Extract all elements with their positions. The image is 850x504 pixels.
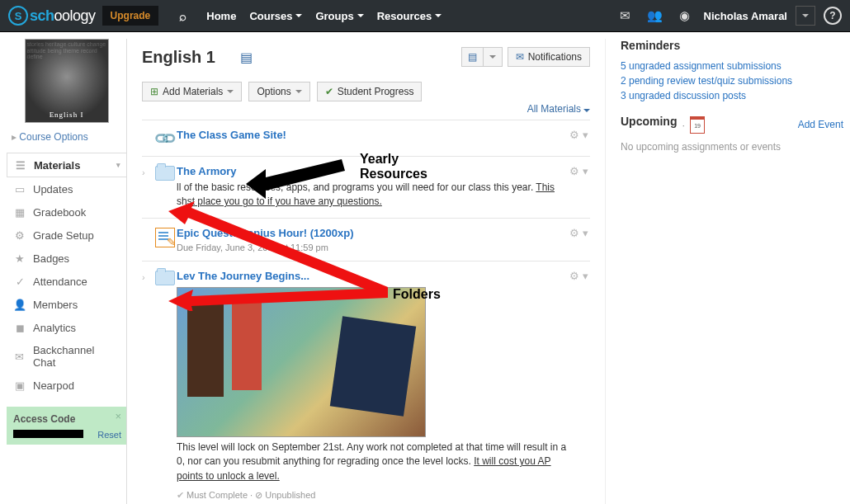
nav-home[interactable]: Home (206, 10, 236, 22)
sidebar-item-nearpod[interactable]: ▣Nearpod (7, 374, 126, 397)
sidebar-icon: ▣ (13, 379, 26, 392)
expand-chevron[interactable]: › (142, 165, 153, 210)
nav-resources[interactable]: Resources (377, 10, 442, 22)
course-options[interactable]: Course Options (7, 128, 126, 146)
main-column: English 1 ▤ ▤ ✉ Notifications ⊞ Add Mate… (126, 39, 605, 504)
calendar-icon[interactable]: 19 (690, 116, 705, 134)
material-row: ›The Armoryll of the basic resources, ap… (142, 157, 590, 219)
sidebar-item-label: Members (33, 299, 78, 311)
folder-icon (155, 166, 175, 181)
user-dropdown[interactable] (796, 6, 815, 26)
materials-toolbar: ⊞ Add Materials Options ✔ Student Progre… (142, 82, 590, 101)
sidebar-item-gradebook[interactable]: ▦Gradebook (7, 200, 126, 224)
sidebar-icon: ★ (13, 252, 26, 265)
reminder-link[interactable]: 5 ungraded assignment submissions (621, 59, 843, 73)
top-nav: ⌕ Home Courses Groups Resources (172, 5, 442, 26)
folder-icon (155, 271, 175, 285)
sidebar-item-label: Backchannel Chat (33, 344, 120, 369)
material-description: ll of the basic resources, apps, and pro… (177, 181, 569, 210)
right-sidebar: Reminders 5 ungraded assignment submissi… (605, 39, 843, 504)
add-icon: ⊞ (150, 86, 158, 97)
sidebar-item-analytics[interactable]: ◼Analytics (7, 316, 126, 339)
page-title: English 1 (142, 48, 215, 67)
sidebar-item-updates[interactable]: ▭Updates (7, 177, 126, 200)
logo[interactable]: S schoology (8, 6, 96, 26)
mail-icon: ✉ (516, 51, 524, 63)
material-title[interactable]: Epic Quest: Genius Hour! (1200xp) (177, 227, 354, 239)
expand-chevron[interactable]: › (142, 270, 153, 501)
gear-icon[interactable]: ⚙ ▾ (569, 227, 590, 252)
list-view-icon[interactable]: ▤ (462, 48, 483, 66)
user-name[interactable]: Nicholas Amaral (704, 10, 787, 22)
view-caret[interactable] (483, 48, 502, 66)
upgrade-button[interactable]: Upgrade (102, 6, 159, 26)
sidebar-item-backchannel-chat[interactable]: ✉Backchannel Chat (7, 339, 126, 374)
nav-courses[interactable]: Courses (249, 10, 302, 22)
reminder-link[interactable]: 3 ungraded discussion posts (621, 88, 843, 103)
topbar-right: ✉ 👥 ◉ Nicholas Amaral ? (615, 5, 842, 26)
sidebar-icon: ⚙ (13, 228, 26, 242)
material-title[interactable]: Lev The Journey Begins... (177, 270, 309, 282)
nav-groups[interactable]: Groups (315, 10, 363, 22)
course-image-label: English I (26, 111, 108, 119)
search-icon[interactable]: ⌕ (172, 5, 193, 26)
reminders-title: Reminders (621, 39, 843, 52)
sidebar-item-grade-setup[interactable]: ⚙Grade Setup (7, 224, 126, 247)
sidebar-item-label: Materials (34, 159, 80, 172)
left-sidebar: stories heritage culture change attitude… (7, 39, 126, 504)
sidebar-item-members[interactable]: 👤Members (7, 293, 126, 316)
sidebar-icon: ✉ (13, 350, 26, 363)
assignment-icon (155, 228, 175, 247)
logo-icon: S (8, 6, 28, 26)
sidebar-item-badges[interactable]: ★Badges (7, 247, 126, 270)
gear-icon[interactable]: ⚙ ▾ (569, 270, 590, 501)
material-title[interactable]: The Class Game Site! (177, 129, 286, 141)
upcoming-empty: No upcoming assignments or events (621, 141, 843, 153)
access-reset[interactable]: Reset (97, 430, 121, 440)
course-image[interactable]: stories heritage culture change attitude… (25, 39, 109, 123)
view-toggle[interactable]: ▤ (461, 47, 503, 67)
gear-icon[interactable]: ⚙ ▾ (569, 129, 590, 148)
material-row: ›Lev The Journey Begins...This level wil… (142, 261, 590, 504)
access-code-value (13, 430, 83, 438)
course-header: English 1 ▤ ▤ ✉ Notifications (142, 39, 590, 78)
material-title[interactable]: The Armory (177, 165, 236, 177)
info-icon[interactable]: ▤ (240, 49, 253, 65)
side-menu: ☰Materials▾▭Updates▦Gradebook⚙Grade Setu… (7, 153, 126, 397)
sidebar-icon: 👤 (13, 298, 26, 311)
upcoming-title: Upcoming (621, 115, 677, 128)
apps-icon[interactable]: ◉ (674, 5, 696, 26)
gear-icon[interactable]: ⚙ ▾ (569, 165, 590, 210)
notifications-button[interactable]: ✉ Notifications (508, 47, 590, 67)
link-icon: 🔗 (152, 125, 177, 151)
student-progress-button[interactable]: ✔ Student Progress (317, 82, 423, 101)
sidebar-item-materials[interactable]: ☰Materials▾ (7, 153, 127, 177)
topbar: S schoology Upgrade ⌕ Home Courses Group… (0, 0, 850, 32)
sidebar-icon: ☰ (14, 158, 27, 172)
help-icon[interactable]: ? (824, 7, 842, 25)
options-button[interactable]: Options (248, 82, 309, 101)
access-code-panel: × Access Code Reset (7, 407, 126, 445)
check-icon: ✔ (325, 86, 333, 97)
add-materials-button[interactable]: ⊞ Add Materials (142, 82, 242, 101)
material-status: ✔ Must Complete · ⊘ Unpublished (177, 490, 569, 501)
materials-filter[interactable]: All Materials (142, 103, 590, 115)
sidebar-icon: ▦ (13, 205, 26, 219)
sidebar-item-label: Updates (33, 183, 73, 195)
close-icon[interactable]: × (115, 410, 121, 422)
mail-icon[interactable]: ✉ (615, 5, 636, 26)
material-description: This level will lock on September 21st. … (177, 440, 569, 483)
sidebar-item-label: Gradebook (33, 206, 86, 219)
sidebar-item-attendance[interactable]: ✓Attendance (7, 270, 126, 293)
material-image (177, 287, 426, 437)
sidebar-icon: ▭ (13, 182, 26, 195)
sidebar-icon: ◼ (13, 321, 26, 334)
add-event-link[interactable]: Add Event (798, 119, 843, 130)
access-code-label: Access Code (13, 413, 120, 425)
reminder-link[interactable]: 2 pending review test/quiz submissions (621, 73, 843, 88)
expand-chevron[interactable] (142, 227, 153, 252)
people-icon[interactable]: 👥 (645, 5, 666, 26)
sidebar-item-label: Grade Setup (33, 229, 94, 242)
sidebar-icon: ✓ (13, 275, 26, 288)
sidebar-item-label: Attendance (33, 276, 87, 288)
